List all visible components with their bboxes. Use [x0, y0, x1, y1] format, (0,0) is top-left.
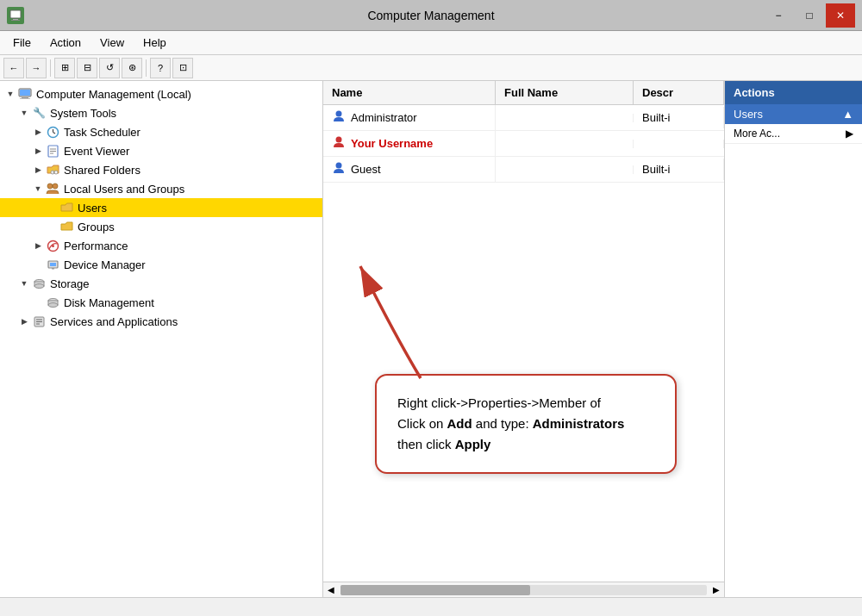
scroll-right-arrow[interactable]: ▶	[710, 585, 722, 594]
user-icon	[332, 135, 346, 152]
actions-panel: Actions Users ▲ More Ac... ▶	[724, 81, 862, 597]
horizontal-scrollbar[interactable]: ◀ ▶	[323, 582, 724, 597]
actions-header: Actions	[725, 81, 862, 104]
refresh-button[interactable]: ↺	[99, 58, 120, 78]
menu-file[interactable]: File	[3, 34, 41, 52]
menu-action[interactable]: Action	[41, 34, 91, 52]
tree-item-users[interactable]: Users	[0, 198, 322, 217]
expand-event[interactable]: ▶	[31, 144, 45, 158]
expand-system-tools[interactable]: ▼	[17, 106, 31, 120]
expand-local-users[interactable]: ▼	[31, 182, 45, 196]
help-button[interactable]: ?	[150, 58, 171, 78]
tree-item-system-tools[interactable]: ▼ 🔧 System Tools	[0, 103, 322, 122]
scroll-track[interactable]	[340, 585, 707, 595]
row-desc	[634, 140, 724, 148]
expand-disk	[31, 296, 45, 309]
task-scheduler-label: Task Scheduler	[64, 126, 141, 139]
menu-view[interactable]: View	[91, 34, 134, 52]
tree-item-local-users-groups[interactable]: ▼ Local Users and Groups	[0, 179, 322, 198]
more-actions-item[interactable]: More Ac... ▶	[725, 124, 862, 144]
row-desc: Built-i	[634, 107, 724, 128]
toolbar-separator-2	[146, 59, 147, 77]
tree-item-task-scheduler[interactable]: ▶ Task Scheduler	[0, 122, 322, 141]
performance-label: Performance	[64, 240, 128, 252]
detail-rows: Administrator Built-i Your Username	[323, 105, 724, 582]
tooltip-box: Right click->Properties->Member of Click…	[375, 374, 677, 474]
maximize-button[interactable]: □	[795, 3, 824, 28]
svg-point-26	[34, 283, 44, 288]
window-title: Computer Management	[367, 9, 494, 22]
tree-item-storage[interactable]: ▼ Storage	[0, 274, 322, 293]
svg-rect-5	[20, 98, 30, 99]
expand-device	[31, 258, 45, 271]
tree-root-item[interactable]: ▼ Computer Management (Local)	[0, 84, 322, 103]
minimize-button[interactable]: −	[764, 3, 793, 28]
shared-folders-label: Shared Folders	[64, 164, 141, 177]
expand-performance[interactable]: ▶	[31, 239, 45, 252]
svg-point-20	[52, 245, 54, 247]
tree-item-event-viewer[interactable]: ▶ Event Viewer	[0, 141, 322, 160]
services-apps-label: Services and Applications	[50, 315, 178, 328]
tree-item-disk-management[interactable]: Disk Management	[0, 293, 322, 312]
device-manager-label: Device Manager	[64, 258, 146, 271]
user-name-cell: Administrator	[323, 105, 496, 130]
svg-point-14	[54, 171, 58, 174]
expand-storage[interactable]: ▼	[17, 277, 31, 290]
chevron-up-icon: ▲	[842, 108, 853, 121]
forward-button[interactable]: →	[26, 58, 47, 78]
expand-groups	[45, 220, 59, 233]
collapse-button[interactable]: ⊟	[77, 58, 97, 78]
row-name: Your Username	[351, 137, 433, 150]
scroll-thumb[interactable]	[340, 585, 530, 595]
users-label: Users	[78, 202, 107, 215]
table-row[interactable]: Guest Built-i	[323, 157, 724, 183]
main-content: ▼ Computer Management (Local) ▼ 🔧 System…	[0, 81, 862, 597]
table-row[interactable]: Your Username	[323, 131, 724, 157]
expand-root[interactable]: ▼	[3, 87, 17, 101]
row-fullname	[496, 114, 634, 122]
view-button[interactable]: ⊡	[172, 58, 193, 78]
table-row[interactable]: Administrator Built-i	[323, 105, 724, 131]
title-bar: Computer Management − □ ✕	[0, 0, 862, 31]
svg-rect-23	[52, 268, 54, 270]
col-header-fullname: Full Name	[496, 81, 634, 104]
shared-icon	[45, 162, 60, 177]
tools-icon: 🔧	[31, 105, 47, 121]
tree-item-services-apps[interactable]: ▶ Services and Applications	[0, 312, 322, 331]
user-name-cell: Your Username	[323, 131, 496, 156]
detail-panel: Name Full Name Descr Administrator	[323, 81, 724, 597]
svg-rect-6	[20, 90, 30, 96]
more-actions-label: More Ac...	[734, 128, 780, 140]
toolbar-separator	[50, 59, 51, 77]
performance-icon	[45, 238, 60, 253]
export-button[interactable]: ⊛	[122, 58, 142, 78]
actions-section-label: Users	[734, 108, 763, 121]
row-name: Guest	[351, 163, 381, 176]
tree-item-performance[interactable]: ▶ Performance	[0, 236, 322, 255]
tree-sidebar: ▼ Computer Management (Local) ▼ 🔧 System…	[0, 81, 323, 597]
expand-shared[interactable]: ▶	[31, 163, 45, 177]
status-bar	[0, 597, 862, 616]
expand-services[interactable]: ▶	[17, 314, 31, 328]
expand-users	[45, 201, 59, 215]
tree-item-shared-folders[interactable]: ▶ Shared Folders	[0, 160, 322, 179]
back-button[interactable]: ←	[3, 58, 24, 78]
tooltip-then-prefix: then click	[397, 437, 455, 451]
tree-item-device-manager[interactable]: Device Manager	[0, 255, 322, 274]
app-icon	[7, 7, 24, 24]
close-button[interactable]: ✕	[826, 3, 855, 28]
svg-point-35	[336, 137, 342, 143]
scroll-left-arrow[interactable]: ◀	[325, 585, 337, 594]
tooltip-add-bold: Add	[447, 416, 472, 431]
folder-users-icon	[59, 200, 74, 215]
actions-section-users[interactable]: Users ▲	[725, 104, 862, 124]
menu-help[interactable]: Help	[134, 34, 176, 52]
event-viewer-label: Event Viewer	[64, 145, 129, 158]
tree-item-groups[interactable]: Groups	[0, 217, 322, 236]
event-icon	[45, 143, 60, 159]
window-controls: − □ ✕	[764, 3, 855, 28]
svg-rect-2	[11, 20, 20, 21]
show-hide-button[interactable]: ⊞	[54, 58, 75, 78]
expand-task[interactable]: ▶	[31, 125, 45, 139]
svg-point-17	[47, 184, 53, 189]
